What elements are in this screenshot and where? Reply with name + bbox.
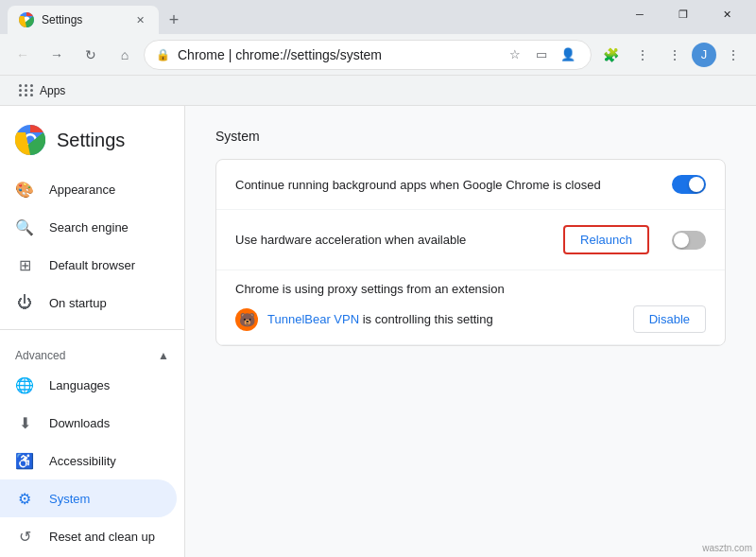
active-tab[interactable]: Settings ✕ bbox=[8, 6, 159, 34]
proxy-ext-row: 🐻 TunnelBear VPN is controlling this set… bbox=[235, 305, 706, 333]
accessibility-icon: ♿ bbox=[15, 451, 34, 470]
section-title: System bbox=[215, 129, 726, 144]
hardware-accel-toggle[interactable] bbox=[672, 231, 706, 250]
hardware-accel-text: Use hardware acceleration when available bbox=[235, 233, 563, 247]
chrome-logo bbox=[15, 125, 45, 155]
main-panel: System Continue running background apps … bbox=[185, 106, 756, 557]
background-apps-row: Continue running background apps when Go… bbox=[216, 160, 725, 210]
browser-window: Settings ✕ + ─ ❐ ✕ ← → ↻ ⌂ 🔒 Chrome | ch… bbox=[0, 0, 756, 557]
sidebar-item-languages[interactable]: 🌐 Languages bbox=[0, 366, 177, 404]
divider bbox=[0, 329, 184, 330]
tab-favicon bbox=[19, 12, 34, 27]
toggle-knob bbox=[689, 177, 704, 192]
close-button[interactable]: ✕ bbox=[705, 0, 748, 29]
address-icons: ☆ ▭ 👤 bbox=[504, 44, 579, 66]
toolbar: ← → ↻ ⌂ 🔒 Chrome | chrome://settings/sys… bbox=[0, 34, 756, 76]
address-text: Chrome | chrome://settings/system bbox=[178, 47, 496, 62]
apps-button[interactable]: Apps bbox=[11, 80, 73, 101]
relaunch-wrapper: Relaunch bbox=[563, 225, 706, 254]
downloads-label: Downloads bbox=[49, 416, 110, 430]
toolbar-right: 🧩 ⋮ ⋮ J ⋮ bbox=[595, 40, 748, 70]
home-button[interactable]: ⌂ bbox=[110, 40, 140, 70]
lock-icon: 🔒 bbox=[156, 48, 170, 61]
forward-button[interactable]: → bbox=[42, 40, 72, 70]
downloads-icon: ⬇ bbox=[15, 413, 34, 432]
proxy-desc: TunnelBear VPN is controlling this setti… bbox=[267, 312, 624, 326]
sidebar: Settings 🎨 Appearance 🔍 Search engine ⊞ … bbox=[0, 106, 185, 557]
sidebar-item-reset[interactable]: ↺ Reset and clean up bbox=[0, 517, 177, 555]
background-apps-label: Continue running background apps when Go… bbox=[235, 178, 672, 192]
title-bar: Settings ✕ + ─ ❐ ✕ bbox=[0, 0, 756, 34]
bookmarks-bar: Apps bbox=[0, 76, 756, 106]
on-startup-icon: ⏻ bbox=[15, 293, 34, 312]
profile-icon[interactable]: 👤 bbox=[557, 44, 579, 66]
search-engine-icon: 🔍 bbox=[15, 218, 34, 236]
search-engine-label: Search engine bbox=[49, 220, 129, 235]
system-icon: ⚙ bbox=[15, 489, 34, 508]
back-button[interactable]: ← bbox=[8, 40, 38, 70]
window-controls: ─ ❐ ✕ bbox=[618, 0, 748, 29]
sidebar-item-default-browser[interactable]: ⊞ Default browser bbox=[0, 246, 177, 284]
disable-button[interactable]: Disable bbox=[633, 305, 706, 333]
advanced-section-header[interactable]: Advanced ▲ bbox=[0, 338, 184, 366]
reset-icon: ↺ bbox=[15, 527, 34, 546]
sidebar-item-accessibility[interactable]: ♿ Accessibility bbox=[0, 442, 177, 479]
appearance-icon: 🎨 bbox=[15, 180, 34, 199]
reset-label: Reset and clean up bbox=[49, 530, 155, 544]
hardware-accel-row: Use hardware acceleration when available… bbox=[216, 210, 725, 270]
settings-card: Continue running background apps when Go… bbox=[215, 159, 726, 346]
background-apps-toggle[interactable] bbox=[672, 175, 706, 194]
advanced-chevron-icon: ▲ bbox=[158, 349, 169, 362]
default-browser-icon: ⊞ bbox=[15, 255, 34, 274]
accessibility-label: Accessibility bbox=[49, 454, 116, 468]
proxy-label: Chrome is using proxy settings from an e… bbox=[235, 282, 706, 296]
background-apps-text: Continue running background apps when Go… bbox=[235, 178, 672, 192]
sidebar-item-search-engine[interactable]: 🔍 Search engine bbox=[0, 208, 177, 246]
appearance-label: Appearance bbox=[49, 183, 115, 197]
advanced-label: Advanced bbox=[15, 349, 65, 362]
tunnelbear-link[interactable]: TunnelBear VPN bbox=[267, 312, 359, 326]
address-bar[interactable]: 🔒 Chrome | chrome://settings/system ☆ ▭ … bbox=[144, 40, 592, 70]
minimize-button[interactable]: ─ bbox=[618, 0, 662, 29]
extensions-icon[interactable]: 🧩 bbox=[595, 40, 626, 70]
restore-button[interactable]: ❐ bbox=[662, 0, 705, 29]
sidebar-item-on-startup[interactable]: ⏻ On startup bbox=[0, 284, 177, 322]
avatar[interactable]: J bbox=[692, 43, 716, 67]
apps-grid-icon bbox=[19, 84, 34, 96]
default-browser-label: Default browser bbox=[49, 258, 135, 272]
cast-icon[interactable]: ▭ bbox=[530, 44, 553, 66]
proxy-row: Chrome is using proxy settings from an e… bbox=[216, 270, 725, 345]
profiles-icon[interactable]: ⋮ bbox=[660, 40, 690, 70]
settings-title: Settings bbox=[57, 130, 125, 151]
toggle-knob-2 bbox=[674, 233, 689, 248]
proxy-desc-text: is controlling this setting bbox=[359, 312, 493, 326]
tab-close-button[interactable]: ✕ bbox=[132, 12, 147, 27]
settings-header: Settings bbox=[0, 113, 184, 170]
sidebar-item-system[interactable]: ⚙ System bbox=[0, 479, 177, 517]
tunnelbear-icon: 🐻 bbox=[235, 308, 258, 331]
sidebar-item-appearance[interactable]: 🎨 Appearance bbox=[0, 170, 177, 208]
apps-label: Apps bbox=[40, 84, 65, 97]
reload-button[interactable]: ↻ bbox=[76, 40, 106, 70]
on-startup-label: On startup bbox=[49, 296, 107, 310]
sidebar-item-downloads[interactable]: ⬇ Downloads bbox=[0, 404, 177, 442]
content-area: Settings 🎨 Appearance 🔍 Search engine ⊞ … bbox=[0, 106, 756, 557]
menu-icon[interactable]: ⋮ bbox=[627, 40, 658, 70]
tab-title: Settings bbox=[42, 13, 125, 26]
new-tab-button[interactable]: + bbox=[163, 9, 185, 31]
languages-icon: 🌐 bbox=[15, 375, 34, 394]
bookmark-icon[interactable]: ☆ bbox=[504, 44, 526, 66]
overflow-icon[interactable]: ⋮ bbox=[718, 40, 748, 70]
system-label: System bbox=[49, 492, 90, 506]
hardware-accel-label: Use hardware acceleration when available bbox=[235, 233, 563, 247]
relaunch-button[interactable]: Relaunch bbox=[563, 225, 649, 254]
languages-label: Languages bbox=[49, 378, 110, 392]
